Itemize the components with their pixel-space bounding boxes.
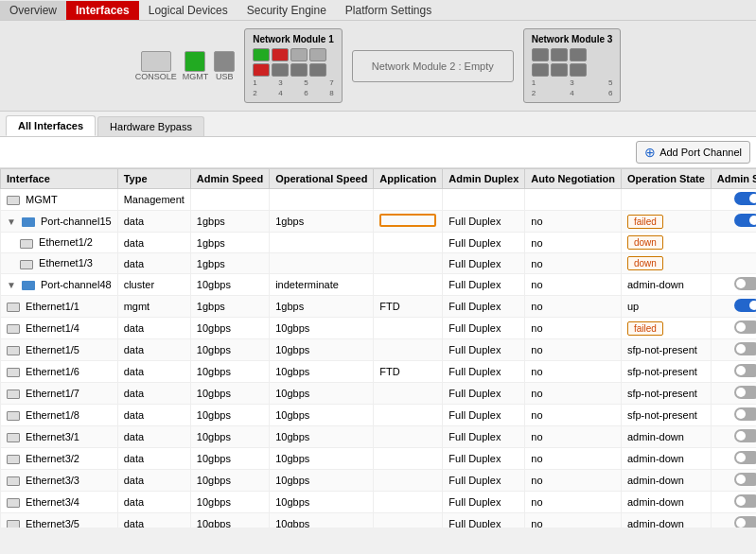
op-speed-cell: 10gbps (270, 383, 374, 405)
admin-state-cell[interactable] (711, 318, 756, 339)
interface-name: Ethernet3/3 (26, 475, 79, 486)
interface-name-cell: Ethernet1/2 (1, 233, 118, 253)
add-port-label: Add Port Channel (659, 147, 742, 158)
admin-speed-cell: 10gbps (190, 383, 269, 405)
col-application: Application (374, 169, 443, 189)
nm3-port-4[interactable] (551, 63, 568, 77)
toggle-off[interactable] (734, 473, 756, 486)
admin-state-cell[interactable] (711, 470, 756, 492)
op-speed-cell: 10gbps (270, 426, 374, 448)
toggle-off[interactable] (734, 320, 756, 334)
toggle-off[interactable] (734, 364, 756, 377)
admin-speed-cell: 10gbps (190, 448, 269, 470)
toggle-off[interactable] (734, 429, 756, 442)
expand-icon[interactable]: ▼ (7, 216, 16, 227)
type-cell: data (117, 470, 190, 492)
toggle-off[interactable] (734, 342, 756, 355)
admin-state-cell[interactable] (711, 426, 756, 448)
op-state-cell: admin-down (621, 513, 711, 528)
nm1-port-7[interactable] (309, 48, 326, 61)
tab-hardware-bypass[interactable]: Hardware Bypass (97, 116, 204, 136)
auto-neg-cell (525, 189, 622, 211)
type-cell: data (117, 339, 190, 361)
interface-name-cell: Ethernet3/2 (1, 448, 118, 470)
nm1-port-6[interactable] (290, 63, 308, 77)
nm1-port-5[interactable] (290, 48, 308, 61)
table-row: MGMT Management (1, 189, 757, 211)
col-admin-state: Admin State (711, 169, 756, 189)
interface-name: Ethernet1/1 (26, 301, 79, 312)
iface-icon (7, 303, 20, 312)
nav-logical-devices[interactable]: Logical Devices (139, 1, 237, 20)
admin-duplex-cell (443, 189, 525, 211)
toggle-on[interactable] (734, 192, 756, 205)
app-highlight-empty (379, 214, 436, 227)
toggle-off[interactable] (734, 451, 756, 464)
auto-neg-cell: no (525, 513, 622, 528)
admin-state-cell[interactable] (711, 383, 756, 405)
nm1-port-8[interactable] (309, 63, 326, 77)
admin-state-cell (711, 253, 756, 274)
nav-security-engine[interactable]: Security Engine (237, 1, 336, 20)
toggle-off[interactable] (734, 277, 756, 290)
auto-neg-cell: no (525, 339, 622, 361)
top-navigation: Overview Interfaces Logical Devices Secu… (0, 0, 756, 21)
interface-name: Ethernet1/3 (39, 257, 93, 268)
admin-state-cell[interactable] (711, 405, 756, 426)
nav-overview[interactable]: Overview (0, 1, 66, 20)
op-state-cell: admin-down (621, 448, 711, 470)
op-state-cell: down (621, 253, 711, 274)
admin-state-cell[interactable] (711, 189, 756, 211)
toggle-off[interactable] (734, 494, 756, 508)
admin-state-cell[interactable] (711, 492, 756, 513)
admin-duplex-cell: Full Duplex (443, 405, 525, 426)
nm3-port-5[interactable] (570, 48, 587, 61)
interface-name-cell: Ethernet1/3 (1, 253, 118, 274)
admin-state-cell[interactable] (711, 339, 756, 361)
admin-state-cell[interactable] (711, 448, 756, 470)
type-cell: data (117, 492, 190, 513)
application-cell (374, 383, 443, 405)
nm1-port-2[interactable] (253, 63, 270, 77)
type-cell: data (117, 426, 190, 448)
iface-icon (7, 390, 20, 399)
nm1-port-3[interactable] (272, 48, 289, 61)
nm1-port-1[interactable] (253, 48, 270, 61)
nav-platform-settings[interactable]: Platform Settings (336, 1, 441, 20)
op-state-cell: sfp-not-present (621, 383, 711, 405)
admin-speed-cell: 10gbps (190, 492, 269, 513)
toggle-on[interactable] (734, 214, 756, 227)
toggle-off[interactable] (734, 407, 756, 421)
nm3-port-2[interactable] (532, 63, 549, 77)
interface-name: MGMT (26, 194, 58, 205)
op-state-cell: down (621, 233, 711, 253)
table-row: Ethernet1/4 data10gbps10gbpsFull Duplexn… (1, 318, 757, 339)
nm3-title: Network Module 3 (532, 34, 613, 44)
nm3-port-3[interactable] (551, 48, 568, 61)
interface-name-cell: ▼ Port-channel15 (1, 211, 118, 233)
toggle-on[interactable] (734, 299, 756, 312)
admin-state-cell[interactable] (711, 211, 756, 233)
admin-state-cell[interactable] (711, 513, 756, 528)
network-module-1: Network Module 1 1 3 5 7 2 (244, 28, 343, 103)
nm3-port-1[interactable] (532, 48, 549, 61)
admin-duplex-cell: Full Duplex (443, 470, 525, 492)
admin-duplex-cell: Full Duplex (443, 448, 525, 470)
admin-state-cell[interactable] (711, 361, 756, 383)
toggle-off[interactable] (734, 516, 756, 528)
expand-icon[interactable]: ▼ (7, 280, 16, 290)
toggle-off[interactable] (734, 386, 756, 399)
nm1-port-4[interactable] (272, 63, 289, 77)
admin-state-cell[interactable] (711, 274, 756, 296)
add-port-channel-button[interactable]: ⊕ Add Port Channel (636, 141, 750, 164)
admin-duplex-cell: Full Duplex (443, 233, 525, 253)
table-header-row: Interface Type Admin Speed Operational S… (1, 169, 757, 189)
application-cell: FTD (374, 361, 443, 383)
tab-all-interfaces[interactable]: All Interfaces (6, 115, 96, 136)
nav-interfaces[interactable]: Interfaces (66, 1, 139, 20)
interface-name: Ethernet1/4 (26, 322, 79, 334)
admin-state-cell[interactable] (711, 296, 756, 318)
nm3-port-6[interactable] (570, 63, 587, 77)
type-cell: data (117, 253, 190, 274)
interface-name: Ethernet1/6 (26, 366, 79, 377)
